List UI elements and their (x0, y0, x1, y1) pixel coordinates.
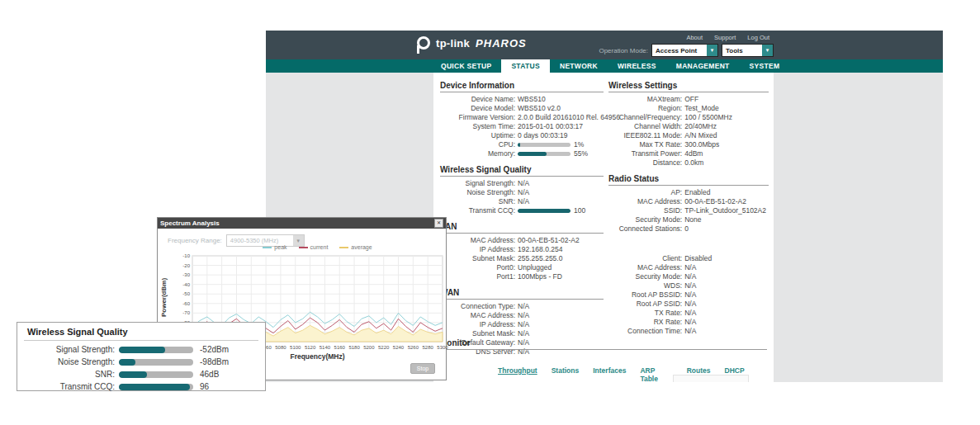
row-label: IP Address: (440, 245, 518, 254)
monitor-link-stations[interactable]: Stations (552, 366, 580, 382)
operation-mode-label: Operation Mode: (599, 47, 648, 54)
cropped-content-stub (673, 375, 749, 382)
row-label: TX Rate: (608, 309, 684, 318)
tab-management[interactable]: MANAGEMENT (666, 59, 740, 73)
card-bar-row: Noise Strength:-98dBm (17, 356, 265, 368)
info-row: IEEE802.11 Mode:A/N Mixed (608, 131, 769, 140)
section-title-monitor: Monitor (440, 337, 767, 350)
svg-text:-50: -50 (182, 291, 190, 296)
tab-network[interactable]: NETWORK (550, 59, 608, 73)
row-value: Disabled (684, 254, 712, 263)
right-column: Wireless Settings MAXtream:OFFRegion:Tes… (608, 74, 769, 336)
operation-mode-value: Access Point (652, 47, 707, 54)
header-link-about[interactable]: About (686, 34, 703, 41)
info-row: WDS:N/A (608, 281, 769, 290)
tab-quick-setup[interactable]: QUICK SETUP (431, 59, 501, 73)
info-row: Device Name:WBS510 (440, 95, 604, 104)
row-label: Root AP SSID: (608, 300, 684, 309)
row-value: 100Mbps - FD (518, 272, 562, 281)
row-label: MAC Address: (608, 197, 684, 206)
spacer (608, 234, 769, 252)
tools-select[interactable]: Tools ▼ (722, 44, 774, 57)
info-row: MAC Address:N/A (440, 311, 604, 320)
operation-mode-row: Operation Mode: Access Point ▼ Tools ▼ (599, 44, 774, 57)
monitor-link-throughput[interactable]: Throughput (498, 366, 537, 382)
monitor-link-interfaces[interactable]: Interfaces (593, 366, 626, 382)
header-links: AboutSupportLog Out (686, 34, 769, 41)
progress-bar (518, 152, 570, 156)
progress-bar (119, 384, 193, 390)
row-label: Signal Strength: (440, 179, 518, 188)
info-row: System Time:2015-01-01 00:03:17 (440, 122, 604, 131)
close-icon[interactable]: ✕ (434, 219, 443, 228)
row-value: 255.255.255.0 (518, 254, 562, 263)
card-bar-row: Signal Strength:-52dBm (17, 343, 265, 356)
section-title-wireless-settings: Wireless Settings (608, 79, 769, 92)
svg-text:-70: -70 (182, 310, 190, 315)
card-title: Wireless Signal Quality (17, 323, 265, 340)
monitor-link-arp-table[interactable]: ARP Table (640, 366, 672, 382)
row-value: 100 / 5500MHz (684, 113, 732, 122)
left-column: Device Information Device Name:WBS510Dev… (440, 74, 604, 357)
info-row: Root AP BSSID:N/A (608, 290, 769, 300)
bar-row: CPU:1% (440, 140, 604, 149)
tab-wireless[interactable]: WIRELESS (608, 59, 666, 73)
row-value: 00-0A-EB-51-02-A2 (518, 236, 580, 245)
tp-link-logo: tp-link PHAROS (417, 36, 527, 50)
legend-item-average: average (339, 244, 372, 250)
info-row: Root AP SSID:N/A (608, 300, 769, 309)
info-row: Device Model:WBS510 v2.0 (440, 104, 604, 113)
info-row: Client:Disabled (608, 254, 769, 263)
row-value: 2015-01-01 00:03:17 (518, 122, 583, 131)
divider (24, 340, 258, 341)
row-label: Connected Stations: (608, 224, 684, 234)
progress-fill (119, 384, 190, 390)
radio-status-client-rows: Client:DisabledMAC Address:N/ASecurity M… (608, 254, 769, 336)
svg-text:-10: -10 (182, 254, 190, 258)
row-value: TP-Link_Outdoor_5102A2 (684, 206, 766, 215)
card-bar-row: Transmit CCQ:96 (17, 380, 265, 393)
svg-text:5220: 5220 (378, 345, 390, 350)
card-bar-row: SNR:46dB (17, 368, 265, 380)
wireless-signal-quality-rows: Signal Strength:N/ANoise Strength:N/ASNR… (440, 179, 604, 206)
header-link-support[interactable]: Support (714, 34, 736, 41)
info-row: Max TX Rate:300.0Mbps (608, 140, 769, 149)
progress-bar (518, 209, 570, 213)
section-title-device-information: Device Information (440, 79, 604, 92)
spectrum-titlebar[interactable]: Spectrum Analysis ✕ (158, 218, 446, 229)
svg-text:5100: 5100 (290, 345, 301, 350)
row-value: N/A (684, 318, 696, 327)
info-row: SSID:TP-Link_Outdoor_5102A2 (608, 206, 769, 215)
tab-status[interactable]: STATUS (501, 59, 550, 73)
y-axis-label: Power(dBm) (160, 273, 168, 323)
radio-status-rows: AP:EnabledMAC Address:00-0A-EB-51-02-A2S… (608, 188, 769, 234)
chevron-down-icon[interactable]: ▼ (762, 45, 773, 56)
row-value: N/A (518, 179, 529, 188)
row-label: Root AP BSSID: (608, 290, 684, 300)
row-value: N/A (518, 188, 529, 197)
svg-text:-60: -60 (182, 301, 190, 306)
info-row: Connection Type:N/A (440, 302, 604, 311)
header-link-log-out[interactable]: Log Out (747, 34, 769, 41)
row-label: WDS: (608, 281, 684, 290)
row-label: SNR: (17, 370, 119, 379)
chevron-down-icon[interactable]: ▼ (707, 45, 717, 56)
row-value: WBS510 v2.0 (518, 104, 561, 113)
row-value: 55% (574, 149, 588, 158)
svg-text:5200: 5200 (363, 345, 375, 350)
tab-system[interactable]: SYSTEM (740, 59, 790, 73)
svg-text:5300: 5300 (437, 345, 448, 350)
product-name: PHAROS (476, 37, 527, 50)
info-row: RX Rate:N/A (608, 318, 769, 327)
row-label: Memory: (440, 149, 518, 158)
row-label: Connection Type: (440, 302, 518, 311)
info-row: Channel Width:20/40MHz (608, 122, 769, 131)
row-label: System Time: (440, 122, 518, 131)
operation-mode-select[interactable]: Access Point ▼ (651, 44, 718, 57)
stop-button[interactable]: Stop (410, 363, 435, 374)
row-label: Max TX Rate: (608, 140, 684, 149)
wireless-signal-quality-bars: Transmit CCQ:100 (440, 206, 604, 215)
info-row: Subnet Mask:255.255.255.0 (440, 254, 604, 263)
svg-text:5080: 5080 (275, 345, 286, 350)
info-row: Security Mode:None (608, 215, 769, 224)
